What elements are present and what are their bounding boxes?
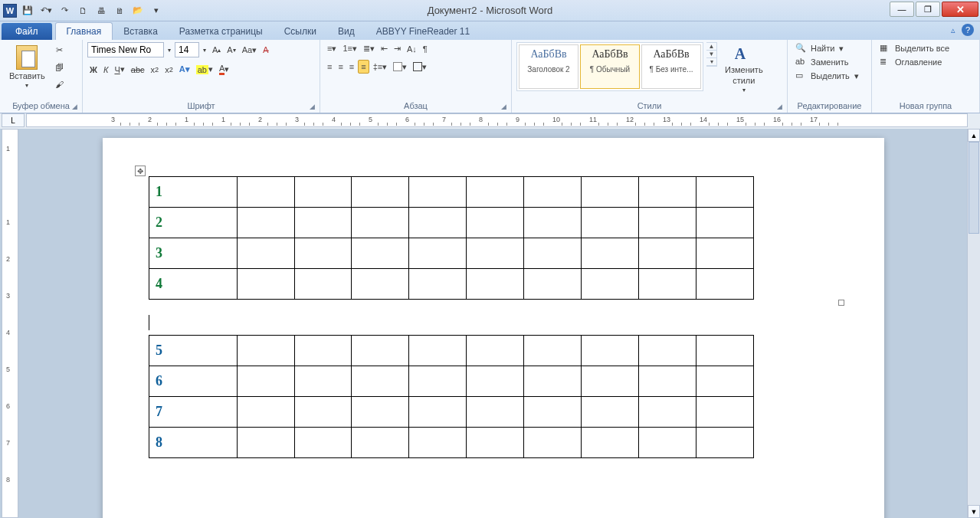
subscript-button[interactable]: x2 (149, 64, 162, 76)
table-cell[interactable] (524, 397, 582, 428)
style-normal[interactable]: АаБбВв ¶ Обычный (580, 44, 640, 89)
copy-icon[interactable]: 🗐 (53, 61, 66, 74)
align-right-icon[interactable]: ≡ (347, 61, 356, 73)
font-size-input[interactable] (175, 42, 199, 57)
change-case-icon[interactable]: Aa▾ (240, 44, 259, 57)
style-nospacing[interactable]: АаБбВв ¶ Без инте... (641, 44, 701, 89)
table-1[interactable]: 1234 (149, 176, 754, 300)
maximize-button[interactable]: ❐ (916, 2, 940, 17)
table-cell[interactable] (696, 177, 753, 208)
table-cell[interactable] (352, 177, 409, 208)
replace-button[interactable]: abЗаменить (792, 56, 862, 68)
underline-button[interactable]: Ч▾ (112, 63, 126, 76)
find-button[interactable]: 🔍Найти ▾ (792, 42, 862, 54)
shading-icon[interactable]: ▾ (391, 61, 409, 74)
table-cell[interactable] (294, 208, 352, 238)
gallery-up-icon[interactable]: ▲ (706, 43, 716, 51)
select-all-button[interactable]: ▦Выделить все (877, 42, 952, 54)
table-cell[interactable] (639, 177, 696, 208)
tab-selector[interactable]: L (2, 113, 25, 127)
table-cell[interactable] (352, 336, 409, 366)
table-cell[interactable] (582, 177, 639, 208)
undo-icon[interactable]: ↶▾ (38, 3, 54, 18)
indent-icon[interactable]: ⇥ (392, 42, 403, 55)
table-cell[interactable] (639, 336, 696, 366)
table-cell[interactable]: 8 (149, 428, 238, 458)
table-cell[interactable] (696, 336, 753, 366)
styles-gallery-nav[interactable]: ▲ ▼ ▾ (706, 42, 717, 67)
table-cell[interactable] (696, 366, 753, 397)
font-color-icon[interactable]: A▾ (217, 62, 231, 77)
table-cell[interactable]: 4 (149, 269, 238, 300)
font-name-dropdown-icon[interactable]: ▾ (166, 45, 173, 55)
sort-icon[interactable]: A↓ (405, 43, 419, 55)
clear-format-icon[interactable]: A̶ (261, 44, 271, 57)
table-cell[interactable] (409, 208, 467, 238)
table-cell[interactable] (294, 177, 352, 208)
table-cell[interactable] (409, 177, 467, 208)
align-center-icon[interactable]: ≡ (336, 61, 345, 73)
table-cell[interactable] (409, 428, 467, 458)
toc-button[interactable]: ≣Оглавление (877, 56, 952, 68)
change-styles-button[interactable]: A Изменить стили▾ (720, 42, 768, 97)
outdent-icon[interactable]: ⇤ (379, 42, 390, 55)
table-row[interactable]: 3 (149, 238, 754, 269)
table-cell[interactable] (294, 336, 352, 366)
table-cell[interactable] (294, 397, 352, 428)
clipboard-dialog-icon[interactable]: ◢ (72, 103, 77, 110)
table-cell[interactable] (467, 366, 524, 397)
table-cell[interactable] (237, 238, 294, 269)
table-row[interactable]: 6 (149, 366, 754, 397)
table-cell[interactable] (409, 366, 467, 397)
table-cell[interactable] (524, 366, 582, 397)
tab-abbyy[interactable]: ABBYY FineReader 11 (365, 23, 481, 40)
align-justify-icon[interactable]: ≡ (358, 60, 369, 74)
styles-gallery[interactable]: АаБбВв Заголовок 2 АаБбВв ¶ Обычный АаБб… (516, 42, 703, 91)
table-cell[interactable] (524, 208, 582, 238)
table-cell[interactable] (467, 208, 524, 238)
table-cell[interactable] (237, 336, 294, 366)
table-cell[interactable] (696, 428, 753, 458)
table-cell[interactable] (237, 177, 294, 208)
table-cell[interactable] (467, 397, 524, 428)
table-cell[interactable] (524, 177, 582, 208)
table-cell[interactable] (467, 336, 524, 366)
table-cell[interactable]: 7 (149, 397, 238, 428)
tab-insert[interactable]: Вставка (113, 23, 169, 40)
table-row[interactable]: 2 (149, 208, 754, 238)
multilevel-icon[interactable]: ≣▾ (361, 42, 377, 55)
open-icon[interactable]: 📂 (130, 3, 146, 18)
table-cell[interactable] (237, 269, 294, 300)
table-cell[interactable] (409, 397, 467, 428)
table-cell[interactable] (639, 269, 696, 300)
vertical-scrollbar[interactable]: ▲ ▼ (967, 129, 980, 518)
table-cell[interactable] (524, 428, 582, 458)
table-cell[interactable] (582, 428, 639, 458)
redo-icon[interactable]: ↷ (57, 3, 72, 18)
italic-button[interactable]: К (101, 64, 110, 76)
bold-button[interactable]: Ж (87, 64, 100, 76)
table-row[interactable]: 8 (149, 428, 754, 458)
table-cell[interactable] (639, 397, 696, 428)
table-cell[interactable] (409, 269, 467, 300)
tab-layout[interactable]: Разметка страницы (169, 23, 274, 40)
show-marks-icon[interactable]: ¶ (421, 43, 430, 55)
table-cell[interactable] (294, 238, 352, 269)
tab-view[interactable]: Вид (327, 23, 365, 40)
table-cell[interactable] (467, 238, 524, 269)
table-cell[interactable] (467, 428, 524, 458)
tab-references[interactable]: Ссылки (274, 23, 327, 40)
text-cursor-line[interactable] (149, 315, 838, 335)
tab-home[interactable]: Главная (55, 22, 113, 40)
table-cell[interactable] (582, 208, 639, 238)
table-cell[interactable] (294, 269, 352, 300)
font-name-input[interactable] (87, 42, 164, 57)
close-button[interactable]: ✕ (942, 2, 978, 17)
new-icon[interactable]: 🗋 (75, 3, 90, 18)
table-cell[interactable] (352, 208, 409, 238)
table-cell[interactable] (639, 208, 696, 238)
table-cell[interactable] (352, 238, 409, 269)
table-cell[interactable] (582, 397, 639, 428)
strike-button[interactable]: abc (129, 64, 147, 76)
table-cell[interactable] (639, 428, 696, 458)
